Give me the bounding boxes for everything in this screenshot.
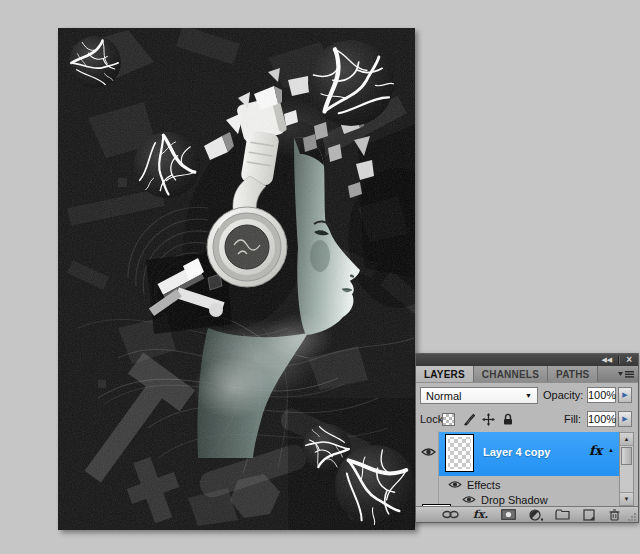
tab-layers[interactable]: LAYERS — [416, 366, 474, 382]
eye-icon — [448, 480, 462, 489]
opacity-label: Opacity: — [543, 389, 583, 401]
move-icon — [482, 413, 495, 426]
chevron-down-icon: ▼ — [525, 392, 537, 399]
new-adjustment-layer-button[interactable] — [529, 508, 543, 521]
new-group-button[interactable] — [555, 508, 570, 521]
scroll-down-button[interactable]: ▼ — [620, 492, 633, 505]
lock-pixels-button[interactable] — [461, 412, 475, 426]
lock-position-button[interactable] — [481, 412, 495, 426]
fill-label: Fill: — [564, 413, 581, 425]
add-layer-style-button[interactable]: fx. — [473, 508, 488, 521]
transparency-checker-icon — [442, 413, 455, 426]
layer-fx-badge[interactable]: fx — [589, 443, 602, 458]
layers-scrollbar[interactable]: ▲ ▼ — [619, 432, 634, 506]
layer-name[interactable]: Layer 4 copy — [483, 446, 550, 458]
lock-all-button[interactable] — [501, 412, 515, 426]
effects-visibility-toggle[interactable] — [447, 480, 463, 489]
selected-layer-highlight: Layer 4 copy fx ▲ — [439, 432, 621, 476]
layer-thumbnail[interactable] — [445, 434, 474, 472]
fill-value-field[interactable]: 100% — [587, 411, 616, 427]
blend-options-row: Normal ▼ Opacity: 100% ▶ — [416, 383, 638, 408]
eye-icon — [462, 495, 476, 504]
drop-shadow-label: Drop Shadow — [477, 494, 548, 506]
new-layer-button[interactable] — [583, 508, 596, 521]
chain-link-icon — [442, 510, 459, 519]
tab-paths[interactable]: PATHS — [548, 366, 598, 382]
eye-icon — [421, 447, 436, 457]
effects-label: Effects — [463, 479, 500, 491]
folder-icon — [555, 509, 570, 520]
drop-shadow-visibility-toggle[interactable] — [461, 495, 477, 504]
new-layer-icon — [583, 509, 596, 521]
blend-mode-select[interactable]: Normal ▼ — [420, 387, 538, 404]
right-triangle-icon: ▶ — [622, 415, 627, 422]
opacity-value-field[interactable]: 100% — [587, 387, 616, 403]
blend-mode-value: Normal — [421, 390, 525, 402]
layers-list: Layer 4 copy fx ▲ Effects Drop Shad — [416, 431, 638, 508]
collapse-effects-arrow[interactable]: ▲ — [608, 447, 614, 453]
add-layer-mask-button[interactable] — [501, 508, 516, 521]
layer-row-layer4copy[interactable]: Layer 4 copy fx ▲ — [416, 432, 638, 476]
tab-bar-tail — [598, 366, 638, 382]
scrollbar-thumb[interactable] — [621, 447, 632, 465]
right-triangle-icon: ▶ — [622, 391, 627, 398]
opacity-slider-button[interactable]: ▶ — [618, 387, 632, 403]
close-panel-button[interactable]: × — [620, 355, 638, 365]
collapse-to-icons-button[interactable]: ◀◀ — [595, 355, 618, 365]
panel-tab-bar: LAYERS CHANNELS PATHS — [416, 366, 638, 383]
layer-visibility-toggle[interactable] — [419, 447, 437, 457]
effects-row[interactable]: Effects — [416, 477, 619, 492]
artwork-image — [58, 28, 415, 530]
panel-resize-grip[interactable] — [628, 512, 637, 521]
tab-channels[interactable]: CHANNELS — [474, 366, 548, 382]
padlock-icon — [502, 413, 514, 426]
adjustment-layer-icon — [529, 509, 543, 521]
scroll-up-button[interactable]: ▲ — [620, 433, 633, 446]
trash-icon — [609, 509, 620, 521]
delete-layer-button[interactable] — [609, 508, 620, 521]
layer-mask-icon — [501, 509, 516, 520]
panel-bottom-toolbar: fx. — [416, 506, 638, 522]
fill-slider-button[interactable]: ▶ — [618, 411, 632, 427]
brush-icon — [462, 413, 475, 426]
panel-menu-icon[interactable] — [618, 369, 634, 379]
lock-options-row: Lock: — [416, 408, 638, 431]
lock-transparency-button[interactable] — [441, 412, 455, 426]
panel-titlebar: ◀◀ × — [416, 354, 638, 366]
layers-panel: ◀◀ × LAYERS CHANNELS PATHS Normal ▼ Opac… — [415, 353, 639, 523]
link-layers-button[interactable] — [442, 508, 459, 521]
document-canvas[interactable] — [58, 28, 415, 530]
